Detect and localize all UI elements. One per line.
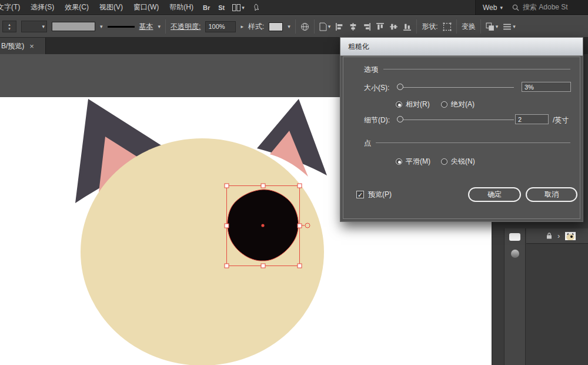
brush-definition-link[interactable]: 基本	[139, 22, 153, 32]
ok-button[interactable]: 确定	[468, 187, 521, 202]
transform-label[interactable]: 变换	[462, 22, 476, 32]
fill-dropdown[interactable]: ▾	[21, 21, 47, 32]
menu-view[interactable]: 视图(V)	[94, 2, 128, 12]
selection-center-point[interactable]	[261, 224, 264, 227]
arrange-documents-button[interactable]: ▾	[229, 4, 248, 11]
selection-handle-ne[interactable]	[298, 184, 302, 188]
caret-down-icon[interactable]: ▾	[288, 24, 290, 29]
preview-checkbox[interactable]: ✓ 预览(P)	[356, 190, 392, 200]
size-input[interactable]	[522, 82, 571, 92]
close-icon[interactable]: ×	[29, 42, 34, 51]
menu-window[interactable]: 窗口(W)	[128, 2, 164, 12]
menu-effect[interactable]: 效果(C)	[59, 2, 94, 12]
value-stepper[interactable]: ▴ ▾	[2, 21, 16, 32]
search-placeholder: 搜索 Adobe St	[523, 2, 568, 12]
stepper-up-icon[interactable]: ▴	[8, 22, 11, 26]
layer-row[interactable]: ›	[526, 228, 588, 244]
radio-icon[interactable]	[441, 158, 447, 165]
artboard-options-button[interactable]: ▾	[319, 22, 331, 31]
divider	[480, 19, 481, 34]
align-center-icon	[349, 22, 358, 31]
detail-unit-label: /英寸	[553, 115, 569, 125]
stroke-color-swatch[interactable]	[52, 22, 95, 31]
selection-handle-n[interactable]	[261, 184, 265, 188]
caret-down-icon: ▾	[500, 5, 503, 11]
relative-radio-label: 相对(R)	[406, 99, 430, 110]
opacity-label[interactable]: 不透明度:	[171, 22, 201, 32]
detail-slider-knob[interactable]	[397, 116, 403, 122]
align-right-button[interactable]	[362, 22, 371, 31]
selection-handle-e[interactable]	[298, 224, 302, 228]
size-slider-knob[interactable]	[397, 84, 403, 90]
menu-select[interactable]: 选择(S)	[25, 2, 59, 12]
align-middle-button[interactable]	[389, 22, 398, 31]
document-tab[interactable]: B/预览) ×	[0, 38, 46, 54]
chevron-right-icon[interactable]: ›	[557, 231, 560, 240]
selection-handle-w[interactable]	[225, 224, 229, 228]
layer-thumbnail[interactable]	[565, 232, 576, 240]
workspace-switcher[interactable]: Web ▾	[483, 4, 503, 12]
graphic-style-swatch[interactable]	[269, 22, 283, 31]
caret-down-icon[interactable]: ▾	[158, 24, 161, 29]
checkbox-checked-icon[interactable]: ✓	[356, 191, 364, 198]
selection-handle-sw[interactable]	[225, 264, 229, 268]
smooth-radio[interactable]: 平滑(M)	[396, 157, 430, 167]
radio-selected-icon[interactable]	[396, 158, 402, 165]
columns-icon	[232, 4, 240, 11]
dialog-title-bar[interactable]: 粗糙化	[340, 38, 583, 56]
smooth-radio-label: 平滑(M)	[406, 157, 430, 167]
size-slider-track[interactable]	[400, 87, 514, 88]
menu-bar: 文字(T) 选择(S) 效果(C) 视图(V) 窗口(W) 帮助(H) Br S…	[0, 0, 588, 15]
opacity-value[interactable]: 100%	[205, 21, 236, 32]
align-bottom-button[interactable]	[403, 22, 412, 31]
caret-down-icon: ▾	[242, 5, 245, 11]
detail-slider-track[interactable]	[400, 120, 514, 120]
absolute-radio[interactable]: 绝对(A)	[441, 99, 475, 110]
bounding-box-icon	[443, 22, 452, 31]
panel-icon-strip	[504, 228, 526, 365]
shape-options-button[interactable]	[443, 22, 452, 31]
stock-search[interactable]: 搜索 Adobe St	[512, 2, 568, 12]
divider	[416, 19, 417, 34]
selection-handle-se[interactable]	[298, 264, 302, 268]
spinner-right-icon[interactable]: ▸	[240, 24, 243, 29]
stock-button[interactable]: St	[214, 4, 229, 11]
layers-panel: ›	[526, 228, 588, 365]
options-section-label: 选项	[364, 65, 378, 75]
detail-input[interactable]	[515, 114, 549, 124]
caret-down-icon[interactable]: ▾	[100, 24, 103, 29]
align-center-button[interactable]	[349, 22, 358, 31]
lock-icon[interactable]	[546, 232, 552, 240]
align-top-button[interactable]	[376, 22, 385, 31]
bridge-button[interactable]: Br	[199, 4, 214, 11]
caret-down-icon: ▾	[496, 24, 499, 29]
panel-options-button[interactable]: ▾	[503, 23, 516, 31]
radio-icon[interactable]	[441, 101, 447, 108]
swatches-panel-icon[interactable]	[511, 250, 519, 258]
cat-face[interactable]	[81, 138, 324, 365]
section-divider	[376, 142, 570, 143]
sharp-radio[interactable]: 尖锐(N)	[441, 157, 475, 167]
gpu-performance-button[interactable]	[248, 4, 263, 11]
align-left-button[interactable]	[335, 22, 344, 31]
align-bottom-icon	[403, 22, 412, 31]
selection-handle-nw[interactable]	[225, 184, 229, 188]
menu-type[interactable]: 文字(T)	[0, 2, 25, 12]
menu-lines-icon	[503, 23, 512, 31]
radio-selected-icon[interactable]	[396, 101, 402, 108]
menu-help[interactable]: 帮助(H)	[164, 2, 199, 12]
cancel-button[interactable]: 取消	[526, 187, 577, 202]
stroke-weight-preview[interactable]	[108, 26, 135, 28]
align-top-icon	[376, 22, 385, 31]
pathfinder-button[interactable]: ▾	[486, 22, 499, 31]
document-setup-button[interactable]	[300, 22, 309, 31]
appearance-panel-icon[interactable]	[509, 233, 520, 241]
dialog-title: 粗糙化	[348, 42, 369, 52]
preview-checkbox-label: 预览(P)	[368, 190, 392, 200]
stepper-down-icon[interactable]: ▾	[8, 26, 11, 31]
gpu-performance-icon	[252, 4, 259, 11]
selection-handle-s[interactable]	[261, 264, 265, 268]
relative-radio[interactable]: 相对(R)	[396, 99, 430, 110]
align-middle-icon	[389, 22, 398, 31]
menu-bar-right: Web ▾ 搜索 Adobe St	[475, 0, 588, 15]
